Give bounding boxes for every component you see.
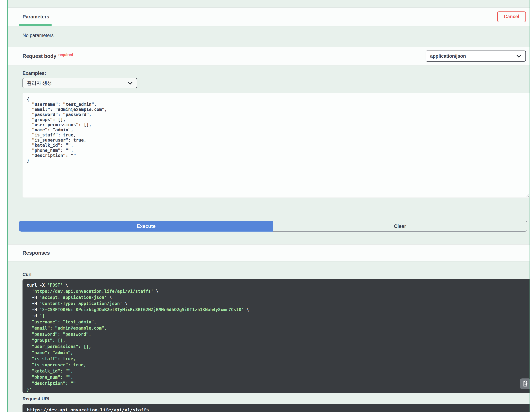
request-url-block: https://dev.api.onvacation.life/api/v1/s… [22,404,530,412]
try-it-out-section: Examples: 관리자 생성 { "username": "test_adm… [8,66,530,244]
curl-line: "username": "test_admin", [27,319,529,325]
responses-header-row: Responses [8,244,530,261]
curl-line: "name": "admin", [27,350,529,356]
required-badge: required [58,53,73,57]
curl-line: }' [27,386,529,393]
curl-line: "phone_num": "", [27,374,529,380]
opblock-post-staffs: Parameters Cancel No parameters Request … [7,0,530,412]
cancel-button[interactable]: Cancel [497,11,526,22]
parameters-header-row: Parameters Cancel [8,8,530,26]
content-type-select[interactable]: application/json [426,51,526,62]
copy-icon [522,380,529,388]
curl-line: -H 'Content-Type: application/json' \ [27,300,529,307]
tab-parameters[interactable]: Parameters [15,8,49,26]
request-body-editor[interactable]: { "username": "test_admin", "email": "ad… [22,93,530,198]
opblock-top-strip [8,0,530,8]
active-tab-underline [19,24,52,26]
tab-parameters-label: Parameters [15,14,49,20]
curl-line: -d '{ [27,313,529,319]
examples-label: Examples: [22,70,530,76]
curl-line: "description": "" [27,380,529,386]
request-body-editor-wrap: { "username": "test_admin", "email": "ad… [22,93,530,198]
curl-label: Curl [22,272,530,277]
no-parameters-message: No parameters [22,33,54,38]
execute-button[interactable]: Execute [19,221,273,232]
swagger-operation-panel: Parameters Cancel No parameters Request … [0,0,532,412]
clear-button[interactable]: Clear [273,221,527,232]
content-type-selected-value: application/json [430,53,466,59]
responses-title: Responses [22,250,50,256]
curl-line: curl -X 'POST' \ [27,282,529,288]
responses-section: Curl curl -X 'POST' \ 'https://dev.api.o… [8,272,530,412]
execute-clear-group: Execute Clear [19,221,527,232]
curl-line: 'https://dev.api.onvacation.life/api/v1/… [27,288,529,294]
resize-handle-icon[interactable] [526,194,530,197]
request-body-title: Request bodyrequired [22,53,73,59]
curl-line: -H 'X-CSRFTOKEN: KPcixbLgJOaB2etRTyMixKc… [27,307,529,313]
curl-line: -H 'accept: application/json' \ [27,294,529,300]
request-url-value: https://dev.api.onvacation.life/api/v1/s… [27,407,149,412]
request-url-label: Request URL [22,396,530,402]
examples-select[interactable]: 관리자 생성 [22,78,137,88]
curl-line: "email": "admin@example.com", [27,325,529,331]
curl-line: "user_permissions": [], [27,344,529,350]
chevron-down-icon [516,55,521,58]
chevron-down-icon [128,82,133,85]
examples-selected-value: 관리자 생성 [27,80,52,86]
curl-line: "katalk_id": "", [27,368,529,374]
curl-line: "groups": [], [27,337,529,344]
curl-line: "is_staff": true, [27,356,529,362]
curl-command-block: curl -X 'POST' \ 'https://dev.api.onvaca… [22,279,530,393]
request-body-header-row: Request bodyrequired application/json [8,47,530,66]
copy-to-clipboard-button[interactable] [520,378,530,389]
parameters-body: No parameters [8,26,530,47]
curl-line: "password": "password", [27,331,529,337]
curl-line: "is_superuser": true, [27,362,529,368]
request-body-label: Request body [22,53,56,59]
